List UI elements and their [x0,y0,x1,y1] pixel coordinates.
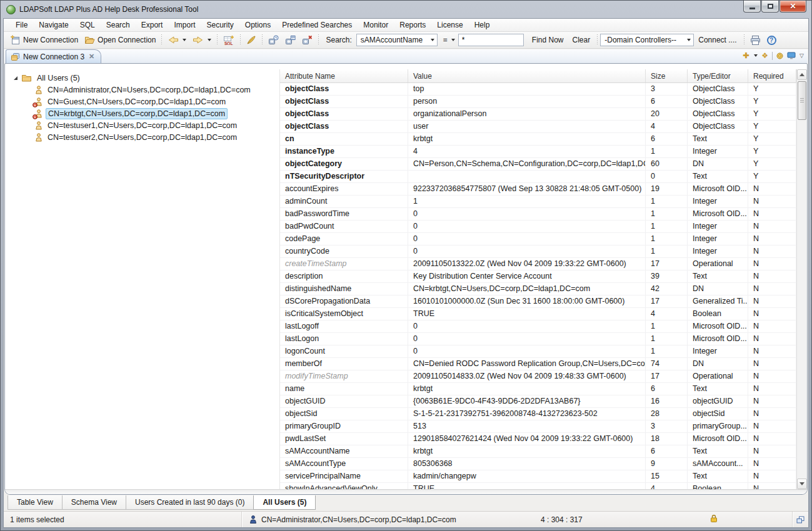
tree-expander-icon[interactable] [13,75,18,81]
scrollbar-thumb[interactable] [798,81,806,120]
attribute-row-description[interactable]: descriptionKey Distribution Center Servi… [280,270,796,283]
attribute-row-cn[interactable]: cnkrbtgt6TextY [280,133,796,146]
menu-item-sql[interactable]: SQL [74,19,101,31]
cell-size: 1 [646,208,688,220]
chevron-down-icon[interactable] [754,54,758,57]
attribute-row-memberof[interactable]: memberOfCN=Denied RODC Password Replicat… [280,358,796,370]
attribute-row-objectsid[interactable]: objectSidS-1-5-21-2317392751-3962008748-… [280,408,796,420]
column-header-value[interactable]: Value [408,69,646,82]
attribute-row-accountexpires[interactable]: accountExpires9223372036854775807 (Wed S… [280,183,796,196]
attribute-row-objectclass[interactable]: objectClassperson6ObjectClassY [280,96,796,108]
attribute-row-pwdlastset[interactable]: pwdLastSet129018584027621424 (Wed Nov 04… [280,433,796,445]
menu-item-reports[interactable]: Reports [394,19,431,31]
tree-root-all-users[interactable]: All Users (5) [5,72,279,84]
attribute-row-objectclass[interactable]: objectClassorganizationalPerson20ObjectC… [280,108,796,121]
menu-item-security[interactable]: Security [201,19,239,31]
menu-item-predefined-searches[interactable]: Predefined Searches [276,19,358,31]
attribute-row-instancetype[interactable]: instanceType41IntegerY [280,146,796,158]
tree-item-cn-administrator[interactable]: CN=Administrator,CN=Users,DC=corp,DC=lda… [5,84,279,96]
attribute-row-badpasswordtime[interactable]: badPasswordTime01Microsoft OID...N [280,208,796,221]
tree-item-cn-testuser1[interactable]: CN=testuser1,CN=Users,DC=corp,DC=ldap1,D… [5,119,279,131]
tab-close-icon[interactable]: ✕ [88,52,94,61]
menu-item-help[interactable]: Help [469,19,496,31]
tree-item-cn-krbtgt[interactable]: ×CN=krbtgt,CN=Users,DC=corp,DC=ldap1,DC=… [5,107,279,119]
diamond-stack-icon[interactable]: ❖ [761,51,768,60]
attribute-row-ntsecuritydescriptor[interactable]: nTSecurityDescriptor0TextY [280,171,796,183]
column-header-attribute-name[interactable]: Attribute Name [280,69,408,82]
back-button[interactable] [164,33,189,47]
restore-pane-button[interactable] [792,512,808,527]
view-menu-chevron-icon[interactable]: ▽ [799,52,804,59]
coin-icon[interactable] [776,52,783,59]
attribute-row-createtimestamp[interactable]: createTimeStamp20091105013322.0Z (Wed No… [280,258,796,270]
menu-item-import[interactable]: Import [168,19,201,31]
view-tab-users-created-in-last-90-days-0[interactable]: Users Created in last 90 days (0) [126,495,254,510]
menu-item-search[interactable]: Search [101,19,136,31]
export-cancel-button[interactable] [299,33,316,47]
attribute-row-badpwdcount[interactable]: badPwdCount01IntegerN [280,221,796,233]
find-now-button[interactable]: Find Now [528,36,568,44]
menu-item-file[interactable]: File [10,19,33,31]
column-header-type-editor[interactable]: Type/Editor [688,69,748,82]
view-tab-schema-view[interactable]: Schema View [62,495,126,510]
attribute-row-showinadvancedviewonly[interactable]: showInAdvancedViewOnlyTRUE4BooleanN [280,483,796,489]
attribute-row-modifytimestamp[interactable]: modifyTimeStamp20091105014833.0Z (Wed No… [280,370,796,383]
help-button[interactable]: ? [764,33,779,47]
clear-button[interactable]: Clear [568,36,595,44]
cell-req: N [748,196,796,207]
scroll-up-button[interactable] [797,69,807,80]
attribute-row-objectclass[interactable]: objectClassuser4ObjectClassY [280,121,796,133]
attribute-row-distinguishedname[interactable]: distinguishedNameCN=krbtgt,CN=Users,DC=c… [280,283,796,295]
attribute-row-codepage[interactable]: codePage01IntegerN [280,233,796,246]
search-attribute-select[interactable]: sAMAccountName [356,34,438,46]
attribute-row-objectguid[interactable]: objectGUID{0063B61E-9DC0-4F43-9DD6-2D2DF… [280,395,796,408]
attribute-row-admincount[interactable]: adminCount11IntegerN [280,196,796,208]
vertical-scrollbar[interactable] [796,69,807,489]
close-button[interactable]: ✕ [779,1,806,12]
export-table-button[interactable] [282,33,299,47]
quick-edit-button[interactable] [243,33,259,47]
add-entry-icon[interactable]: ✚ [743,51,749,60]
print-button[interactable] [747,33,764,47]
open-connection-button[interactable]: Open Connection [81,33,159,47]
operator-select[interactable]: = [440,33,458,47]
view-tab-all-users-5[interactable]: All Users (5) [253,495,316,510]
attribute-row-objectclass[interactable]: objectClasstop3ObjectClassY [280,83,796,96]
menu-item-license[interactable]: License [431,19,468,31]
menu-item-export[interactable]: Export [136,19,169,31]
attribute-row-logoncount[interactable]: logonCount01IntegerN [280,345,796,358]
menu-item-monitor[interactable]: Monitor [358,19,394,31]
tree-item-cn-testuser2[interactable]: CN=testuser2,CN=Users,DC=corp,DC=ldap1,D… [5,131,279,143]
maximize-button[interactable] [761,1,779,12]
scroll-down-button[interactable] [797,479,807,489]
attribute-row-serviceprincipalname[interactable]: servicePrincipalNamekadmin/changepw15Tex… [280,470,796,483]
new-connection-button[interactable]: New Connection [8,33,81,47]
search-value-input[interactable] [458,34,524,46]
monitor-icon[interactable] [787,52,796,59]
forward-history-dropdown-icon[interactable] [208,39,211,41]
connect-button[interactable]: Connect .... [694,36,741,44]
menu-item-navigate[interactable]: Navigate [33,19,74,31]
attribute-row-iscriticalsystemobject[interactable]: isCriticalSystemObjectTRUE4BooleanN [280,308,796,320]
attribute-row-name[interactable]: namekrbtgt6TextN [280,383,796,395]
attribute-row-samaccountname[interactable]: sAMAccountNamekrbtgt6TextN [280,445,796,458]
attribute-row-lastlogoff[interactable]: lastLogoff01Microsoft OID...N [280,320,796,333]
attribute-row-lastlogon[interactable]: lastLogon01Microsoft OID...N [280,333,796,345]
attribute-row-objectcategory[interactable]: objectCategoryCN=Person,CN=Schema,CN=Con… [280,158,796,171]
column-header-required[interactable]: Required [748,69,796,82]
attribute-row-countrycode[interactable]: countryCode01IntegerN [280,246,796,258]
attribute-row-primarygroupid[interactable]: primaryGroupID5133primaryGroup...N [280,420,796,433]
view-tab-table-view[interactable]: Table View [8,495,63,510]
domain-controller-select[interactable]: -Domain Controllers-- [600,34,694,46]
menu-item-options[interactable]: Options [239,19,276,31]
back-history-dropdown-icon[interactable] [183,39,186,41]
attribute-row-dscorepropagationdata[interactable]: dSCorePropagationData16010101000000.0Z (… [280,295,796,308]
tree-item-cn-guest[interactable]: ×CN=Guest,CN=Users,DC=corp,DC=ldap1,DC=c… [5,96,279,107]
minimize-button[interactable] [743,1,761,12]
sql-query-button[interactable]: SQL [220,33,238,47]
column-header-size[interactable]: Size [646,69,688,82]
forward-button[interactable] [189,33,214,47]
tab-new-connection-3[interactable]: New Connection 3 ✕ [6,49,101,63]
export-scheduled-button[interactable] [265,33,282,47]
attribute-row-samaccounttype[interactable]: sAMAccountType8053063689sAMAccount...N [280,458,796,470]
